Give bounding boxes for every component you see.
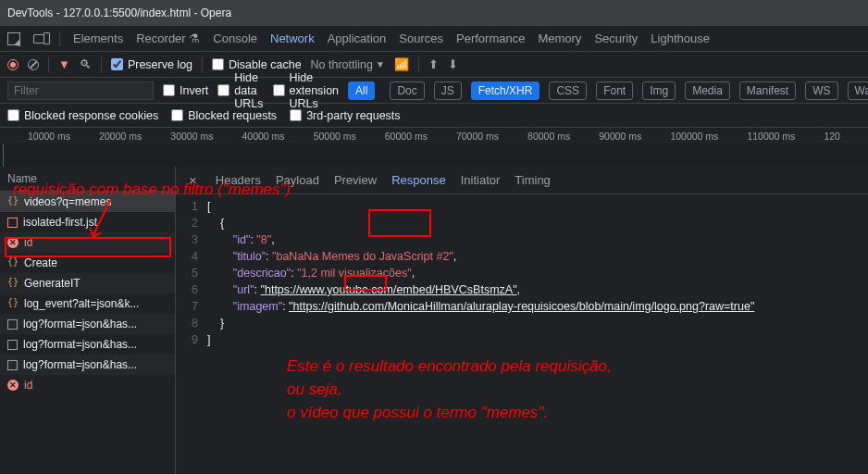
close-detail-button[interactable]: × [185,172,201,188]
window-titlebar: DevTools - 127.0.0.1:5500/index.html - O… [0,0,868,26]
request-row[interactable]: Create [0,253,175,273]
request-row[interactable]: log?format=json&has... [0,355,175,375]
preserve-log-checkbox[interactable]: Preserve log [111,58,192,71]
pill-wasm[interactable]: Wa [848,81,868,100]
pill-fetch[interactable]: Fetch/XHR [471,81,540,100]
timeline-overview[interactable]: 10000 ms20000 ms30000 ms40000 ms50000 ms… [0,128,868,167]
detail-tab-timing[interactable]: Timing [515,168,551,192]
separator [202,57,203,72]
timeline-tick: 100000 ms [670,131,718,142]
separator [59,31,60,46]
detail-tab-preview[interactable]: Preview [334,168,377,192]
separator [48,57,49,72]
request-name: id [24,236,32,249]
request-row[interactable]: videos?q=memes [0,192,175,212]
timeline-tick: 80000 ms [527,131,570,142]
detail-pane: × Headers Payload Preview Response Initi… [176,167,868,474]
third-party-checkbox[interactable]: 3rd-party requests [290,109,400,122]
request-name: id [24,379,32,392]
disable-cache-checkbox[interactable]: Disable cache [212,58,302,71]
request-name: isolated-first.jst [23,216,97,229]
pill-doc[interactable]: Doc [390,81,424,100]
pill-img[interactable]: Img [642,81,676,100]
pill-all[interactable]: All [348,81,375,100]
timeline-tick: 90000 ms [599,131,641,142]
timeline-tick: 20000 ms [99,131,142,142]
filter-bar: Invert Hide data URLs Hide extension URL… [0,78,868,104]
tab-elements[interactable]: Elements [73,31,123,45]
hide-ext-checkbox[interactable]: Hide extension URLs [273,71,340,110]
timeline-tick: 120 [824,131,840,142]
network-toolbar: ▼ 🔍︎ Preserve log Disable cache No throt… [0,52,868,78]
pill-ws[interactable]: WS [805,81,837,100]
err-icon: ✕ [7,380,19,391]
search-icon[interactable]: 🔍︎ [80,57,92,71]
request-row[interactable]: log?format=json&has... [0,314,175,334]
timeline-tick: 30000 ms [170,131,213,142]
timeline-tick: 40000 ms [242,131,284,142]
tab-performance[interactable]: Performance [456,31,525,45]
request-row[interactable]: GenerateIT [0,273,175,293]
tab-console[interactable]: Console [213,31,257,45]
doc-icon [7,360,18,370]
timeline-tick: 10000 ms [28,131,70,142]
timeline-tick: 110000 ms [747,131,795,142]
tab-recorder[interactable]: Recorder ⚗ [136,31,200,45]
request-row[interactable]: ✕id [0,232,175,253]
filter-toggle-icon[interactable]: ▼ [58,57,70,71]
request-row[interactable]: ✕id [0,375,175,395]
export-har-icon[interactable]: ⬇ [448,57,458,71]
tab-sources[interactable]: Sources [399,31,443,45]
request-row[interactable]: log?format=json&has... [0,334,175,355]
invert-checkbox[interactable]: Invert [163,84,208,97]
detail-tab-response[interactable]: Response [391,168,446,192]
detail-tab-payload[interactable]: Payload [276,168,319,192]
record-button[interactable] [7,59,19,70]
blocked-requests-checkbox[interactable]: Blocked requests [171,109,277,122]
timeline-tick: 70000 ms [456,131,499,142]
inspect-icon[interactable] [7,32,20,45]
blocked-cookies-checkbox[interactable]: Blocked response cookies [7,109,158,122]
import-har-icon[interactable]: ⬆ [428,57,439,71]
response-body[interactable]: 123456789 [ { "id": "8", "titulo": "baNa… [176,194,868,474]
tab-security[interactable]: Security [594,31,638,45]
pill-manifest[interactable]: Manifest [739,81,796,100]
request-name: log?format=json&has... [23,338,137,351]
tab-application[interactable]: Application [328,31,387,45]
device-toggle-icon[interactable] [33,34,46,44]
beaker-icon: ⚗ [189,31,200,45]
fetch-icon [7,298,19,309]
request-row[interactable]: log_event?alt=json&k... [0,293,175,314]
err-icon: ✕ [7,237,19,248]
request-name: Create [24,256,57,269]
detail-tabs: × Headers Payload Preview Response Initi… [176,167,868,194]
pill-css[interactable]: CSS [549,81,587,100]
detail-tab-initiator[interactable]: Initiator [461,168,501,192]
tab-memory[interactable]: Memory [538,31,581,45]
doc-icon [7,319,18,330]
separator [418,57,419,72]
request-name: GenerateIT [24,277,81,290]
chevron-down-icon: ▼ [376,59,385,69]
js-icon [7,218,18,228]
timeline-tick: 60000 ms [385,131,428,142]
filter-input[interactable] [7,81,154,100]
request-row[interactable]: isolated-first.jst [0,212,175,232]
request-list: Name videos?q=memesisolated-first.jst✕id… [0,167,176,474]
pill-js[interactable]: JS [434,81,462,100]
doc-icon [7,340,18,350]
pill-media[interactable]: Media [685,81,730,100]
request-list-header[interactable]: Name [0,167,175,192]
tab-lighthouse[interactable]: Lighthouse [651,31,710,45]
pill-font[interactable]: Font [596,81,633,100]
network-conditions-icon[interactable]: 📶 [394,57,409,71]
hide-data-checkbox[interactable]: Hide data URLs [217,71,263,110]
clear-button[interactable] [28,59,39,70]
detail-tab-headers[interactable]: Headers [216,168,261,192]
tab-network[interactable]: Network [270,31,315,45]
request-name: log?format=json&has... [23,318,137,331]
fetch-icon [7,196,19,207]
fetch-icon [7,257,19,268]
window-title: DevTools - 127.0.0.1:5500/index.html - O… [7,6,231,19]
throttling-select[interactable]: No throttling▼ [311,58,385,71]
